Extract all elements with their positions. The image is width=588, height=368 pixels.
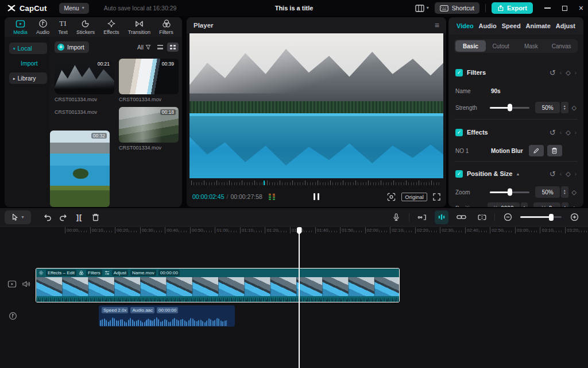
effects-edit-badge[interactable]: Effects – Edit	[46, 270, 76, 276]
tab-text[interactable]: TI Text	[58, 20, 68, 35]
keyframe-icon[interactable]: ◇	[566, 69, 570, 76]
layout-switch-button[interactable]: ▾	[415, 5, 429, 12]
transition-icon	[134, 20, 144, 28]
tab-audio[interactable]: Audio	[36, 19, 49, 35]
minimize-button[interactable]	[544, 7, 551, 9]
split-button[interactable]: ][	[71, 210, 87, 224]
tab-filters[interactable]: Filters	[159, 19, 173, 35]
position-y-input[interactable]: Y 0	[533, 202, 560, 207]
record-voiceover-button[interactable]	[388, 210, 404, 224]
add-keyframe-icon[interactable]: ◇	[572, 189, 577, 196]
maximize-button[interactable]	[562, 6, 567, 11]
mute-track-icon[interactable]	[22, 280, 31, 288]
subtab-cutout[interactable]: Cutout	[486, 40, 516, 52]
undo-button[interactable]	[39, 210, 55, 224]
video-preview[interactable]	[189, 33, 443, 178]
prev-keyframe-icon[interactable]: ‹	[560, 171, 562, 177]
auto-snap-button[interactable]	[414, 210, 430, 224]
tab-effects[interactable]: Effects	[103, 19, 119, 35]
zoom-out-button[interactable]	[500, 210, 516, 224]
tab-animate[interactable]: Animate	[525, 22, 550, 29]
shortcut-button[interactable]: Shortcut	[435, 2, 479, 14]
tab-audio-settings[interactable]: Audio	[479, 22, 497, 29]
zoom-in-button[interactable]	[566, 210, 582, 224]
reset-icon[interactable]: ↺	[550, 170, 556, 178]
collapse-icon[interactable]: ▲	[516, 172, 520, 176]
sidebar-item-import[interactable]: Import	[9, 57, 47, 69]
timeline-ruler[interactable]: 00:0000:1000:2000:3000:4000:5001:0001:10…	[0, 227, 588, 235]
strength-stepper[interactable]: ▴▾	[561, 102, 568, 113]
media-item[interactable]: 00:39 CRST001334.mov	[119, 59, 179, 102]
media-item[interactable]: 00:21 CRST001334.mov	[55, 59, 114, 102]
list-view-button[interactable]	[154, 43, 166, 52]
subtab-canvas[interactable]: Canvas	[546, 40, 577, 52]
audio-levels-icon[interactable]	[268, 193, 276, 201]
export-button[interactable]: Export	[492, 2, 533, 14]
close-button[interactable]: ×	[579, 4, 583, 12]
focus-frame-icon[interactable]	[387, 193, 396, 201]
edit-effect-button[interactable]	[529, 145, 544, 156]
filter-all-dropdown[interactable]: All	[137, 44, 151, 51]
tab-speed[interactable]: Speed	[502, 22, 521, 29]
video-track-icon[interactable]	[7, 280, 17, 288]
player-menu-icon[interactable]: ≡	[435, 21, 439, 30]
media-item[interactable]: 00:32 CRST001334.mov	[55, 107, 114, 151]
adjust-badge[interactable]: Adjust	[112, 270, 128, 276]
media-thumbnail: 00:21	[55, 59, 114, 94]
import-button[interactable]: + Import	[55, 41, 89, 53]
next-keyframe-icon[interactable]: ›	[575, 171, 577, 177]
filters-badge[interactable]: Filters	[86, 270, 102, 276]
tab-transition[interactable]: Transition	[128, 20, 150, 35]
next-keyframe-icon[interactable]: ›	[575, 70, 577, 76]
menu-button[interactable]: Menu ▾	[59, 3, 88, 14]
audio-clip[interactable]: Speed 2.0x Audio.aac 00:00:00	[99, 305, 235, 327]
tab-stickers[interactable]: Stickers	[76, 19, 95, 35]
sidebar-item-local[interactable]: ▾ Local	[9, 43, 47, 54]
tab-adjust[interactable]: Adjust	[556, 22, 575, 29]
keyframe-icon[interactable]: ◇	[566, 129, 570, 136]
pause-button[interactable]	[314, 193, 319, 200]
sidebar-item-library[interactable]: ▸ Library	[9, 72, 47, 84]
zoom-value[interactable]: 50%	[535, 186, 560, 198]
link-button[interactable]	[453, 210, 469, 224]
delete-button[interactable]	[87, 210, 103, 224]
position-size-checkbox[interactable]: ✓	[455, 170, 463, 178]
position-x-stepper[interactable]: ▴▾	[521, 202, 528, 207]
prev-keyframe-icon[interactable]: ‹	[560, 70, 562, 76]
zoom-slider[interactable]	[490, 191, 530, 193]
main-track-magnet-button[interactable]	[435, 210, 448, 224]
position-label: Position	[455, 205, 488, 208]
position-x-input[interactable]: X 0000	[488, 202, 520, 207]
timeline-zoom-slider[interactable]	[520, 216, 562, 218]
media-item[interactable]: 00:18 CRST001334.mov	[119, 107, 179, 151]
filters-checkbox[interactable]: ✓	[455, 69, 463, 76]
keyframe-icon[interactable]: ◇	[566, 170, 570, 178]
select-tool-button[interactable]: ▾	[5, 210, 31, 224]
video-clip[interactable]: Effects – Edit Filters Adjust Name.mov 0…	[36, 268, 400, 302]
audio-track-icon[interactable]	[9, 312, 17, 320]
player-seek-ruler[interactable]	[191, 181, 442, 185]
zoom-stepper[interactable]: ▴▾	[561, 186, 568, 198]
position-y-stepper[interactable]: ▴▾	[562, 202, 568, 207]
subtab-basic[interactable]: Basic	[455, 40, 486, 52]
playhead[interactable]	[299, 227, 300, 368]
fullscreen-icon[interactable]	[433, 193, 440, 201]
reset-icon[interactable]: ↺	[550, 129, 556, 136]
strength-value[interactable]: 50%	[535, 102, 560, 113]
tab-media[interactable]: Media	[13, 20, 28, 35]
delete-effect-button[interactable]	[547, 145, 562, 156]
reset-icon[interactable]: ↺	[550, 69, 556, 76]
add-keyframe-icon[interactable]: ◇	[572, 205, 577, 208]
next-keyframe-icon[interactable]: ›	[575, 129, 577, 136]
redo-button[interactable]	[55, 210, 71, 224]
effects-checkbox[interactable]: ✓	[455, 129, 463, 136]
speed-badge[interactable]: Speed 2.0x	[102, 307, 128, 313]
tab-video[interactable]: Video	[457, 22, 474, 29]
add-keyframe-icon[interactable]: ◇	[572, 104, 577, 112]
grid-view-button[interactable]	[167, 43, 179, 52]
overlap-split-button[interactable]	[474, 210, 490, 224]
subtab-mask[interactable]: Mask	[516, 40, 547, 52]
original-quality-button[interactable]: Original	[401, 193, 427, 201]
strength-slider[interactable]	[490, 107, 530, 109]
prev-keyframe-icon[interactable]: ‹	[560, 129, 562, 136]
